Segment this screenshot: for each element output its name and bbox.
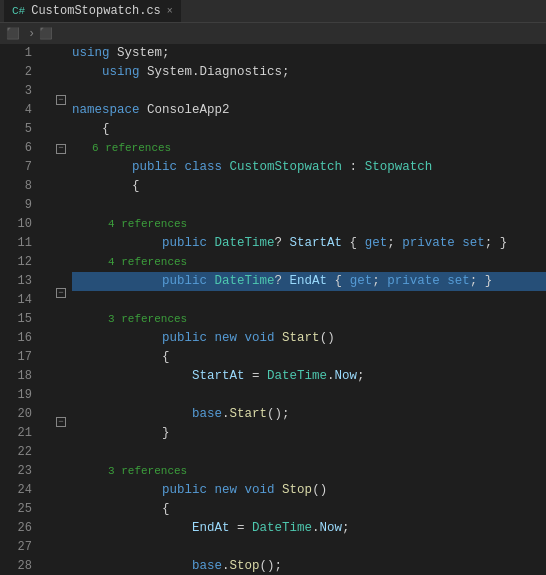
line-num-15: 15	[0, 310, 38, 329]
token-plain: System;	[110, 44, 170, 63]
collapse-btn-15[interactable]: −	[56, 288, 66, 298]
token-kw: class	[185, 158, 223, 177]
token-plain: ;	[372, 272, 387, 291]
struct-line-21	[38, 382, 68, 398]
code-line-11: 4 references	[72, 253, 546, 272]
collapse-btn-3[interactable]: −	[56, 95, 66, 105]
code-lines[interactable]: using System; using System.Diagnostics;n…	[68, 44, 546, 575]
code-line-1: using System.Diagnostics;	[72, 63, 546, 82]
token-prop: Now	[320, 519, 343, 538]
line-num-27: 27	[0, 538, 38, 557]
line-num-8: 8	[0, 177, 38, 196]
token-kw: namespace	[72, 101, 140, 120]
line-num-11: 11	[0, 234, 38, 253]
cs-icon: C#	[12, 5, 25, 17]
line-num-17: 17	[0, 348, 38, 367]
struct-line-15[interactable]: −	[38, 285, 68, 301]
token-plain: ;	[342, 519, 350, 538]
file-icon: ⬛	[39, 27, 53, 40]
token-plain: ;	[357, 367, 365, 386]
line-num-16: 16	[0, 329, 38, 348]
collapse-btn-6[interactable]: −	[56, 144, 66, 154]
token-plain	[207, 234, 215, 253]
code-line-8	[72, 196, 546, 215]
line-num-28: 28	[0, 557, 38, 575]
active-tab[interactable]: C# CustomStopwatch.cs ×	[4, 0, 181, 22]
token-kw: private	[387, 272, 440, 291]
token-plain: :	[342, 158, 365, 177]
line-num-2: 2	[0, 63, 38, 82]
token-kw: get	[365, 234, 388, 253]
struct-line-3[interactable]: −	[38, 92, 68, 108]
code-line-21	[72, 443, 546, 462]
code-line-9: 4 references	[72, 215, 546, 234]
line-num-1: 1	[0, 44, 38, 63]
token-method: Stop	[282, 481, 312, 500]
token-type: DateTime	[215, 272, 275, 291]
struct-line-23[interactable]: −	[38, 414, 68, 430]
struct-line-28	[38, 495, 68, 511]
token-kw: public	[162, 272, 207, 291]
token-plain: ();	[267, 405, 290, 424]
token-type: DateTime	[215, 234, 275, 253]
line-num-3: 3	[0, 82, 38, 101]
tab-close-button[interactable]: ×	[167, 6, 173, 17]
code-line-7: {	[72, 177, 546, 196]
struct-line-26	[38, 462, 68, 478]
struct-line-9	[38, 189, 68, 205]
code-line-14: 3 references	[72, 310, 546, 329]
struct-line-13	[38, 253, 68, 269]
line-num-13: 13	[0, 272, 38, 291]
token-plain	[72, 329, 162, 348]
code-line-13	[72, 291, 546, 310]
token-kw: public	[162, 234, 207, 253]
struct-line-5	[38, 124, 68, 140]
token-kw: public	[162, 481, 207, 500]
struct-line-7	[38, 157, 68, 173]
token-plain: =	[230, 519, 253, 538]
token-plain	[440, 272, 448, 291]
project-icon: ⬛	[6, 27, 20, 40]
token-plain	[72, 405, 192, 424]
token-method: Start	[230, 405, 268, 424]
struct-line-25	[38, 446, 68, 462]
struct-line-17	[38, 318, 68, 334]
token-type: Stopwatch	[365, 158, 433, 177]
token-plain	[72, 158, 132, 177]
token-plain	[275, 481, 283, 500]
code-line-12: public DateTime? EndAt { get; private se…	[72, 272, 546, 291]
struct-line-2	[38, 76, 68, 92]
struct-line-24	[38, 430, 68, 446]
code-line-15: public new void Start()	[72, 329, 546, 348]
struct-line-6[interactable]: −	[38, 141, 68, 157]
token-plain	[72, 63, 102, 82]
code-area[interactable]: 1234567891011121314151617181920212223242…	[0, 44, 546, 575]
token-kw: private	[402, 234, 455, 253]
token-prop: Now	[335, 367, 358, 386]
struct-line-1	[38, 60, 68, 76]
struct-line-31	[38, 543, 68, 559]
code-line-0: using System;	[72, 44, 546, 63]
token-plain: ; }	[470, 272, 493, 291]
token-plain: ()	[320, 329, 335, 348]
line-num-25: 25	[0, 500, 38, 519]
code-line-18	[72, 386, 546, 405]
token-plain	[177, 158, 185, 177]
token-type: CustomStopwatch	[230, 158, 343, 177]
token-plain	[72, 234, 162, 253]
struct-line-27	[38, 479, 68, 495]
code-line-16: {	[72, 348, 546, 367]
ref-text-9: 4 references	[72, 215, 187, 234]
token-kw: new	[215, 481, 238, 500]
code-line-25: EndAt = DateTime.Now;	[72, 519, 546, 538]
collapse-btn-23[interactable]: −	[56, 417, 66, 427]
token-plain	[237, 329, 245, 348]
token-kw: get	[350, 272, 373, 291]
breadcrumb-separator: ›	[28, 27, 35, 41]
token-plain	[282, 234, 290, 253]
struct-line-8	[38, 173, 68, 189]
line-num-5: 5	[0, 120, 38, 139]
editor: 1234567891011121314151617181920212223242…	[0, 44, 546, 575]
struct-line-19	[38, 350, 68, 366]
token-plain	[275, 329, 283, 348]
